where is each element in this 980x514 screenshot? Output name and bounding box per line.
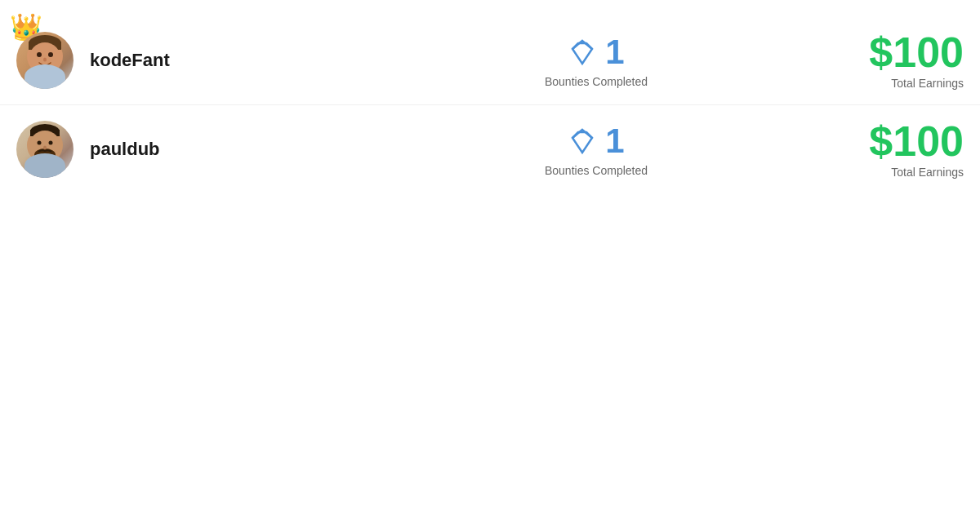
svg-point-15 xyxy=(43,146,47,150)
bounties-number: 1 xyxy=(605,122,624,161)
user-row: pauldub 1 Bounties Completed $100 Total … xyxy=(0,105,980,193)
leaderboard: 👑 xyxy=(0,0,980,210)
diamond-icon xyxy=(568,38,597,67)
right-section: $100 Total Earnings xyxy=(768,120,964,179)
bounties-label: Bounties Completed xyxy=(545,75,648,88)
diamond-icon xyxy=(568,126,597,156)
bounties-label: Bounties Completed xyxy=(545,164,648,177)
user-row: 👑 xyxy=(0,16,980,105)
username: pauldub xyxy=(90,139,160,160)
avatar-wrapper xyxy=(16,121,74,178)
earnings-label: Total Earnings xyxy=(891,77,964,90)
stats-section: 1 Bounties Completed xyxy=(425,122,768,177)
user-identity: pauldub xyxy=(16,121,425,178)
svg-point-6 xyxy=(43,58,47,62)
stats-section: 1 Bounties Completed xyxy=(425,33,768,88)
earnings-amount: $100 xyxy=(869,120,964,162)
earnings-amount: $100 xyxy=(869,31,964,73)
bounties-count-row: 1 xyxy=(568,122,624,161)
avatar xyxy=(16,32,74,89)
svg-point-14 xyxy=(49,141,53,145)
bounties-number: 1 xyxy=(605,33,624,72)
bounties-stat: 1 Bounties Completed xyxy=(514,33,678,88)
svg-rect-16 xyxy=(29,166,61,178)
earnings-stat: $100 Total Earnings xyxy=(800,31,964,90)
right-section: $100 Total Earnings xyxy=(768,31,964,90)
svg-point-13 xyxy=(38,141,42,145)
svg-point-5 xyxy=(48,52,53,57)
svg-rect-7 xyxy=(29,77,61,89)
earnings-label: Total Earnings xyxy=(891,166,964,179)
user-identity: 👑 xyxy=(16,32,425,89)
username: kodeFant xyxy=(90,50,170,71)
svg-point-4 xyxy=(37,52,42,57)
earnings-stat: $100 Total Earnings xyxy=(800,120,964,179)
bounties-stat: 1 Bounties Completed xyxy=(514,122,678,177)
bounties-count-row: 1 xyxy=(568,33,624,72)
avatar xyxy=(16,121,74,178)
avatar-wrapper: 👑 xyxy=(16,32,74,89)
